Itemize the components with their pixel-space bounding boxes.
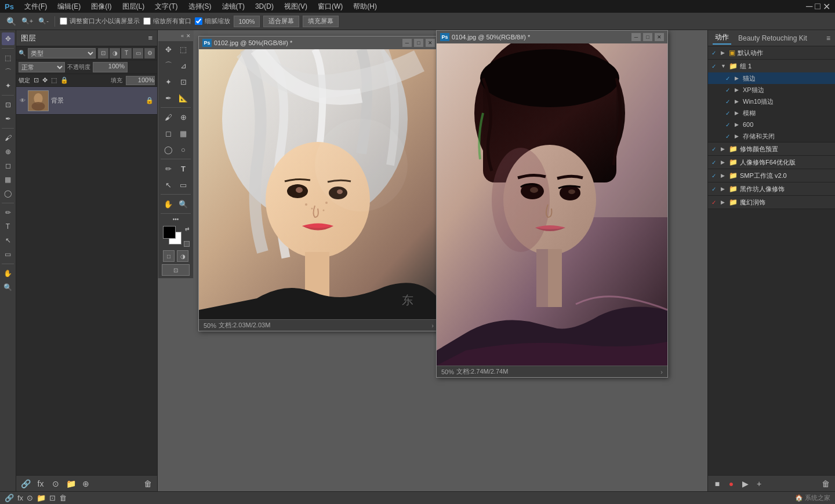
float-eraser-tool[interactable]: ◻ — [161, 126, 175, 140]
float-move-tool[interactable]: ✥ — [161, 42, 175, 56]
doc-1-minimize-btn[interactable]: ─ — [402, 39, 412, 47]
float-toolbox-header[interactable]: « ✕ — [158, 31, 193, 41]
float-hand-tool[interactable]: ✋ — [161, 197, 175, 211]
standard-mode-btn[interactable]: □ — [163, 250, 175, 262]
float-brush-tool[interactable]: 🖌 — [161, 110, 175, 124]
action-item-win10[interactable]: ✓ ▶ Win10描边 — [708, 96, 835, 107]
adjust-window-label[interactable]: 调整窗口大小以满屏显示 — [60, 17, 140, 25]
layer-item-bg[interactable]: 👁 背景 🔒 — [16, 87, 157, 115]
blur-tool[interactable]: ◯ — [2, 187, 14, 200]
foreground-color[interactable] — [163, 226, 176, 239]
brush-tool[interactable]: 🖌 — [2, 132, 14, 144]
filter-pixel-icon[interactable]: ⊡ — [98, 48, 108, 59]
zoom-out-icon[interactable]: 🔍- — [37, 15, 50, 28]
zoom-all-checkbox[interactable] — [143, 17, 151, 25]
menu-type[interactable]: 文字(T) — [150, 1, 182, 13]
new-action-btn[interactable]: + — [753, 478, 765, 490]
hand-tool[interactable]: ✋ — [2, 267, 14, 280]
filter-smart-icon[interactable]: ⚙ — [144, 48, 155, 59]
action-item-save-close[interactable]: ✓ ▶ 存储和关闭 — [708, 130, 835, 142]
doc-1-titlebar[interactable]: Ps 0102.jpg @ 50%(RGB/8#) * ─ □ ✕ — [199, 36, 438, 49]
folder-status-icon[interactable]: 📁 — [37, 494, 46, 502]
layer-type-select[interactable]: 类型 — [28, 48, 96, 59]
eyedropper-tool[interactable]: ✒ — [2, 112, 14, 125]
frame-status-icon[interactable]: ⊡ — [49, 494, 56, 502]
move-tool[interactable]: ✥ — [2, 32, 14, 45]
float-rect-marquee-tool[interactable]: ⬚ — [176, 42, 190, 56]
minimize-btn[interactable]: ─ — [806, 1, 812, 12]
new-group-btn[interactable]: 📁 — [65, 478, 77, 490]
menu-select[interactable]: 选择(S) — [184, 1, 216, 13]
mask-status-icon[interactable]: ⊙ — [27, 494, 33, 502]
layers-menu-icon[interactable]: ≡ — [148, 34, 153, 42]
lock-pos-icon[interactable]: ✥ — [42, 76, 48, 84]
group-1-header[interactable]: ✓ ▼ 📁 组 1 — [708, 60, 835, 72]
zoom-in-icon[interactable]: 🔍+ — [21, 15, 34, 28]
link-layers-btn[interactable]: 🔗 — [20, 478, 31, 490]
float-menu-icon[interactable]: ✕ — [186, 33, 191, 39]
trash-status-icon[interactable]: 🗑 — [59, 494, 67, 502]
float-clone-tool[interactable]: ⊕ — [176, 110, 190, 124]
doc-2-close-btn[interactable]: ✕ — [655, 33, 664, 41]
action-item-maopian[interactable]: ✓ ▶ 猫边 — [708, 72, 835, 84]
group-3-header[interactable]: ✓ ▶ 📁 人像修饰F64优化版 — [708, 156, 835, 169]
doc-2-arrow-icon[interactable]: › — [660, 368, 663, 375]
record-btn[interactable]: ● — [725, 478, 737, 490]
doc-2-canvas[interactable] — [437, 43, 667, 366]
float-pen-tool[interactable]: ✏ — [161, 162, 175, 176]
menu-window[interactable]: 窗口(W) — [313, 1, 347, 13]
action-item-blur[interactable]: ✓ ▶ 模糊 — [708, 107, 835, 119]
group-5-header[interactable]: ✓ ▶ 📁 黑作坊人像修饰 — [708, 182, 835, 195]
float-zoom-tool[interactable]: 🔍 — [176, 197, 190, 211]
menu-file[interactable]: 文件(F) — [20, 1, 52, 13]
float-path-sel-tool[interactable]: ↖ — [161, 178, 175, 192]
zoom-tool[interactable]: 🔍 — [2, 281, 14, 294]
menu-image[interactable]: 图像(I) — [86, 1, 116, 13]
marquee-tool[interactable]: ⬚ — [2, 52, 14, 64]
menu-view[interactable]: 视图(V) — [279, 1, 312, 13]
stop-btn[interactable]: ■ — [711, 478, 723, 490]
fill-screen-button[interactable]: 填充屏幕 — [303, 16, 339, 27]
adjust-window-checkbox[interactable] — [60, 17, 67, 25]
doc-2-maximize-btn[interactable]: □ — [643, 33, 652, 41]
float-ruler-tool[interactable]: 📐 — [176, 91, 190, 105]
crop-tool[interactable]: ⊡ — [2, 98, 14, 111]
beauty-retouching-tab[interactable]: Beauty Retouching Kit — [736, 33, 809, 43]
group-2-header[interactable]: ✓ ▶ 📁 修饰颜色预置 — [708, 143, 835, 155]
quick-mask-btn[interactable]: ◑ — [177, 250, 188, 262]
menu-layer[interactable]: 图层(L) — [118, 1, 150, 13]
filter-adjust-icon[interactable]: ◑ — [110, 48, 120, 59]
float-gradient-tool[interactable]: ▦ — [176, 126, 190, 140]
more-tools-btn[interactable]: ••• — [158, 215, 193, 224]
smooth-zoom-checkbox[interactable] — [195, 17, 202, 25]
path-tool[interactable]: ↖ — [2, 234, 14, 247]
pen-tool[interactable]: ✏ — [2, 206, 14, 219]
action-item-xp[interactable]: ✓ ▶ XP猫边 — [708, 84, 835, 96]
zoom-all-label[interactable]: 缩放所有窗口 — [143, 17, 191, 25]
doc-2-minimize-btn[interactable]: ─ — [631, 33, 641, 41]
float-shape-tool[interactable]: ▭ — [176, 178, 190, 192]
swap-colors-icon[interactable]: ⇄ — [185, 226, 190, 232]
filter-type-icon[interactable]: T — [121, 48, 132, 59]
lock-artboard-icon[interactable]: ⬚ — [51, 76, 57, 84]
default-colors-icon[interactable] — [184, 241, 190, 247]
doc-1-close-btn[interactable]: ✕ — [426, 39, 435, 47]
eraser-tool[interactable]: ◻ — [2, 159, 14, 172]
panel-menu-icon[interactable]: ≡ — [826, 34, 830, 42]
fit-screen-button[interactable]: 适合屏幕 — [263, 16, 299, 27]
play-btn[interactable]: ▶ — [739, 478, 751, 490]
float-eyedropper-tool[interactable]: ✒ — [161, 91, 175, 105]
lock-all-icon[interactable]: 🔒 — [60, 76, 68, 84]
zoom-icon[interactable]: 🔍 — [5, 15, 17, 28]
lock-pixels-icon[interactable]: ⊡ — [34, 76, 39, 84]
action-item-600[interactable]: ✓ ▶ 600 — [708, 119, 835, 130]
layer-visibility-icon[interactable]: 👁 — [20, 97, 26, 104]
group-4-header[interactable]: ✓ ▶ 📁 SMP工作流 v2.0 — [708, 169, 835, 182]
gradient-tool[interactable]: ▦ — [2, 173, 14, 186]
blend-mode-select[interactable]: 正常 — [19, 62, 65, 72]
link-status-icon[interactable]: 🔗 — [5, 494, 14, 502]
float-poly-lasso-tool[interactable]: ⊿ — [176, 59, 190, 72]
clone-tool[interactable]: ⊕ — [2, 145, 14, 158]
group-6-header[interactable]: ✓ ▶ 📁 魔幻润饰 — [708, 196, 835, 209]
menu-3d[interactable]: 3D(D) — [251, 1, 278, 12]
